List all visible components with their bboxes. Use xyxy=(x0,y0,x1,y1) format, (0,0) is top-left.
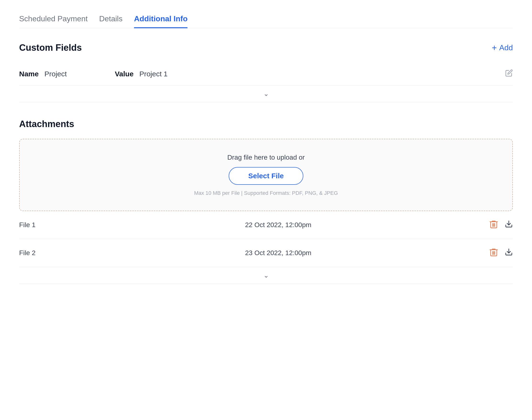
drag-upload-text: Drag file here to upload or xyxy=(29,154,503,161)
add-custom-field-button[interactable]: + Add xyxy=(492,43,513,52)
file-2-actions xyxy=(489,248,513,258)
file-2-name: File 2 xyxy=(19,249,67,257)
name-value: Project xyxy=(44,70,67,78)
download-file-2-icon[interactable] xyxy=(505,248,513,258)
custom-fields-section: Custom Fields + Add Name Project Value P… xyxy=(19,43,513,102)
tab-bar: Scheduled Payment Details Additional Inf… xyxy=(19,14,513,28)
select-file-button[interactable]: Select File xyxy=(229,167,303,185)
attachments-header: Attachments xyxy=(19,119,513,129)
field-edit-action xyxy=(505,69,513,78)
expand-custom-fields-icon[interactable]: ⌄ xyxy=(263,90,269,98)
plus-icon: + xyxy=(492,44,497,52)
tab-scheduled-payment[interactable]: Scheduled Payment xyxy=(19,14,87,28)
custom-fields-chevron-row: ⌄ xyxy=(19,85,513,102)
file-2-date: 23 Oct 2022, 12:00pm xyxy=(67,249,489,257)
tab-additional-info[interactable]: Additional Info xyxy=(134,14,187,28)
upload-hint-text: Max 10 MB per File | Supported Formats: … xyxy=(29,190,503,196)
attachments-title: Attachments xyxy=(19,119,74,129)
value-value: Project 1 xyxy=(139,70,167,78)
delete-file-1-icon[interactable] xyxy=(489,220,498,230)
custom-fields-header: Custom Fields + Add xyxy=(19,43,513,53)
file-1-actions xyxy=(489,220,513,230)
edit-icon[interactable] xyxy=(505,69,513,78)
field-name-group: Name Project xyxy=(19,70,115,78)
file-1-date: 22 Oct 2022, 12:00pm xyxy=(67,221,489,229)
file-row-1: File 1 22 Oct 2022, 12:00pm xyxy=(19,211,513,239)
custom-field-row: Name Project Value Project 1 xyxy=(19,62,513,85)
file-1-name: File 1 xyxy=(19,221,67,229)
delete-file-2-icon[interactable] xyxy=(489,248,498,258)
value-label: Value xyxy=(115,70,133,78)
file-upload-zone[interactable]: Drag file here to upload or Select File … xyxy=(19,139,513,211)
download-file-1-icon[interactable] xyxy=(505,220,513,230)
tab-details[interactable]: Details xyxy=(99,14,122,28)
field-value-group: Value Project 1 xyxy=(115,70,505,78)
custom-fields-title: Custom Fields xyxy=(19,43,82,53)
attachments-chevron-row: ⌄ xyxy=(19,267,513,284)
name-label: Name xyxy=(19,70,39,78)
file-row-2: File 2 23 Oct 2022, 12:00pm xyxy=(19,239,513,267)
attachments-section: Attachments Drag file here to upload or … xyxy=(19,119,513,284)
add-button-label: Add xyxy=(499,43,513,52)
expand-attachments-icon[interactable]: ⌄ xyxy=(263,271,269,279)
